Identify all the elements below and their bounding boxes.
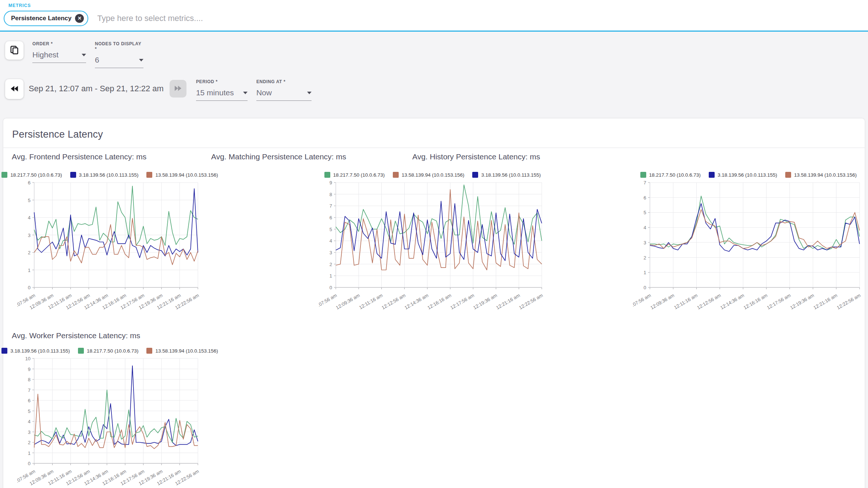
svg-text:0: 0 <box>330 285 332 290</box>
svg-text:7: 7 <box>28 388 31 393</box>
svg-text:6: 6 <box>28 180 31 185</box>
svg-text:12:17:56 am: 12:17:56 am <box>449 293 475 311</box>
svg-text:7: 7 <box>644 180 646 185</box>
chart-title-matching: Avg. Matching Persistence Latency: ms <box>211 152 346 161</box>
charts-area: Avg. Frontend Persistence Latency: ms Av… <box>3 148 865 488</box>
order-value: Highest <box>32 50 58 59</box>
chart-title-history: Avg. History Persistence Latency: ms <box>412 152 540 161</box>
legend-label: 13.58.139.94 (10.0.153.156) <box>155 172 218 178</box>
display-controls-row: ORDER * Highest NODES TO DISPLAY * 6 <box>5 41 868 68</box>
fast-forward-icon <box>174 84 182 94</box>
legend-item: 3.18.139.56 (10.0.113.155) <box>1 348 70 354</box>
chevron-down-icon <box>139 59 143 61</box>
copy-icon <box>10 45 19 56</box>
metrics-search-input[interactable] <box>96 13 868 24</box>
chart-history-persistence-latency: 18.217.7.50 (10.0.6.73)3.18.139.56 (10.0… <box>633 171 864 318</box>
svg-text:3: 3 <box>28 233 31 238</box>
svg-text:12:11:16 am: 12:11:16 am <box>358 293 384 311</box>
metric-chip-persistence-latency[interactable]: Persistence Latency ✕ <box>4 11 88 26</box>
time-forward-button[interactable] <box>170 80 186 98</box>
legend-swatch-icon <box>1 172 7 178</box>
nodes-to-display-value: 6 <box>95 56 99 64</box>
chip-close-icon[interactable]: ✕ <box>75 14 84 23</box>
svg-text:8: 8 <box>28 377 31 382</box>
legend-item: 3.18.139.56 (10.0.113.155) <box>472 172 541 178</box>
legend-swatch-icon <box>785 172 791 178</box>
svg-text:1: 1 <box>28 268 31 273</box>
svg-text:12:09:36 am: 12:09:36 am <box>335 293 361 311</box>
ending-at-value: Now <box>256 88 272 97</box>
rewind-icon <box>10 84 19 95</box>
legend-swatch-icon <box>393 172 399 178</box>
legend-item: 13.58.139.94 (10.0.153.156) <box>393 172 464 178</box>
time-back-button[interactable] <box>5 79 24 99</box>
order-field: ORDER * Highest <box>32 41 86 63</box>
svg-text:2: 2 <box>28 440 31 445</box>
line-chart: 654321012:07:56 am12:09:36 am12:11:16 am… <box>17 180 202 316</box>
svg-text:5: 5 <box>330 227 332 232</box>
chart-legend: 3.18.139.56 (10.0.113.155)18.217.7.50 (1… <box>17 347 202 355</box>
chevron-down-icon <box>82 54 86 56</box>
chevron-down-icon <box>243 92 248 94</box>
metric-panel: Persistence Latency Avg. Frontend Persis… <box>3 119 865 488</box>
legend-item: 18.217.7.50 (10.0.6.73) <box>324 172 385 178</box>
svg-text:2: 2 <box>28 250 31 255</box>
legend-item: 18.217.7.50 (10.0.6.73) <box>1 172 62 178</box>
legend-item: 18.217.7.50 (10.0.6.73) <box>78 348 138 354</box>
legend-item: 13.58.139.94 (10.0.153.156) <box>785 172 857 178</box>
legend-swatch-icon <box>146 172 152 178</box>
chart-title-worker: Avg. Worker Persistence Latency: ms <box>12 331 140 340</box>
svg-text:9: 9 <box>28 367 31 372</box>
legend-label: 13.58.139.94 (10.0.153.156) <box>402 172 464 178</box>
svg-text:12:19:36 am: 12:19:36 am <box>472 293 498 311</box>
svg-text:1: 1 <box>28 450 31 456</box>
svg-text:5: 5 <box>644 210 646 215</box>
svg-text:8: 8 <box>330 192 332 197</box>
legend-label: 3.18.139.56 (10.0.113.155) <box>79 172 139 178</box>
metrics-section-label: METRICS <box>8 3 868 8</box>
copy-button[interactable] <box>5 41 24 60</box>
legend-swatch-icon <box>472 172 478 178</box>
legend-label: 3.18.139.56 (10.0.113.155) <box>10 348 70 354</box>
svg-text:6: 6 <box>330 215 332 220</box>
svg-text:12:11:16 am: 12:11:16 am <box>673 293 698 311</box>
svg-text:0: 0 <box>644 285 646 290</box>
svg-text:12:12:56 am: 12:12:56 am <box>696 293 722 311</box>
legend-label: 3.18.139.56 (10.0.113.155) <box>481 172 541 178</box>
line-chart: 10987654321012:07:56 am12:09:36 am12:11:… <box>17 356 202 488</box>
svg-text:3: 3 <box>330 250 332 255</box>
period-select[interactable]: 15 minutes <box>196 88 248 101</box>
page-title: Persistence Latency <box>3 119 865 140</box>
chart-worker-persistence-latency: 3.18.139.56 (10.0.113.155)18.217.7.50 (1… <box>17 347 202 488</box>
ending-at-select[interactable]: Now <box>256 88 312 101</box>
order-select[interactable]: Highest <box>32 50 86 63</box>
svg-text:12:22:56 am: 12:22:56 am <box>518 293 544 311</box>
svg-text:1: 1 <box>644 270 646 275</box>
svg-text:4: 4 <box>644 225 646 230</box>
legend-swatch-icon <box>324 172 330 178</box>
svg-text:2: 2 <box>330 262 332 267</box>
svg-text:4: 4 <box>28 419 31 424</box>
chart-title-frontend: Avg. Frontend Persistence Latency: ms <box>12 152 146 161</box>
legend-label: 18.217.7.50 (10.0.6.73) <box>87 348 138 354</box>
svg-text:5: 5 <box>28 409 31 414</box>
nodes-to-display-select[interactable]: 6 <box>95 56 143 68</box>
legend-label: 3.18.139.56 (10.0.113.155) <box>718 172 777 178</box>
legend-label: 18.217.7.50 (10.0.6.73) <box>333 172 385 178</box>
legend-label: 13.58.139.94 (10.0.153.156) <box>794 172 857 178</box>
svg-text:2: 2 <box>644 255 646 261</box>
line-chart: 7654321012:07:56 am12:09:36 am12:11:16 a… <box>633 180 864 316</box>
nodes-to-display-label: NODES TO DISPLAY * <box>95 41 143 52</box>
period-label: PERIOD * <box>196 79 248 84</box>
svg-text:1: 1 <box>330 273 332 279</box>
svg-text:6: 6 <box>644 195 646 201</box>
svg-text:9: 9 <box>330 180 332 185</box>
legend-swatch-icon <box>70 172 76 178</box>
legend-label: 13.58.139.94 (10.0.153.156) <box>155 348 218 354</box>
svg-text:12:17:56 am: 12:17:56 am <box>766 293 791 311</box>
svg-text:12:22:56 am: 12:22:56 am <box>836 293 861 311</box>
time-range-text: Sep 21, 12:07 am - Sep 21, 12:22 am <box>29 79 164 98</box>
chart-frontend-persistence-latency: 18.217.7.50 (10.0.6.73)3.18.139.56 (10.0… <box>17 171 202 318</box>
series-line <box>34 390 198 443</box>
chart-legend: 18.217.7.50 (10.0.6.73)3.18.139.56 (10.0… <box>633 171 864 179</box>
